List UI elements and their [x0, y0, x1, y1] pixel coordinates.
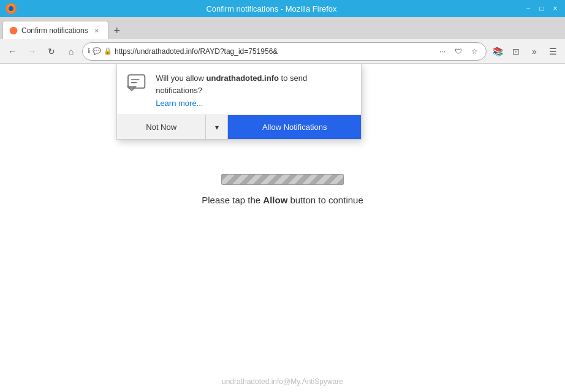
back-button[interactable]: ←: [4, 43, 21, 60]
svg-rect-4: [131, 79, 140, 80]
tab-favicon: [9, 26, 18, 35]
popup-content: Will you allow undrathadoted.info to sen…: [156, 72, 351, 108]
progress-bar: [221, 174, 344, 185]
learn-more-link[interactable]: Learn more...: [156, 99, 203, 108]
svg-rect-5: [131, 82, 137, 83]
shield-button[interactable]: 🛡: [452, 45, 465, 58]
allow-notifications-button[interactable]: Allow Notifications: [228, 115, 361, 139]
info-icon: ℹ: [88, 47, 90, 55]
titlebar-controls: − □ ×: [523, 4, 560, 13]
close-button[interactable]: ×: [550, 4, 560, 13]
watermark: undrathadoted.info@My.AntiSpyware: [222, 377, 343, 386]
home-button[interactable]: ⌂: [63, 43, 80, 60]
firefox-logo: [5, 2, 17, 15]
lock-icon: 🔒: [104, 47, 112, 55]
bookmarks-button[interactable]: 📚: [489, 43, 506, 60]
more-tools-button[interactable]: »: [526, 43, 543, 60]
more-button[interactable]: ···: [436, 45, 449, 58]
titlebar: Confirm notifications - Mozilla Firefox …: [0, 0, 565, 17]
reload-button[interactable]: ↻: [43, 43, 60, 60]
question-before: Will you allow: [156, 74, 206, 83]
chat-icon-small: 💬: [93, 47, 101, 55]
page-text: Please tap the Allow button to continue: [202, 195, 363, 205]
forward-button[interactable]: →: [23, 43, 40, 60]
bookmark-button[interactable]: ☆: [468, 45, 481, 58]
urlbar[interactable]: ℹ 💬 🔒 https://undrathadoted.info/RAYD?ta…: [82, 42, 487, 61]
new-tab-button[interactable]: +: [108, 22, 126, 39]
minimize-button[interactable]: −: [523, 4, 533, 13]
popup-domain: undrathadoted.info: [207, 74, 279, 83]
restore-button[interactable]: □: [537, 4, 547, 13]
active-tab[interactable]: Confirm notifications ×: [2, 21, 108, 39]
urlbar-actions: ··· 🛡 ☆: [436, 45, 481, 58]
popup-question: Will you allow undrathadoted.info to sen…: [156, 72, 351, 96]
url-text: https://undrathadoted.info/RAYD?tag_id=7…: [115, 47, 433, 56]
navbar: ← → ↻ ⌂ ℹ 💬 🔒 https://undrathadoted.info…: [0, 39, 565, 64]
toolbar-right: 📚 ⊡ » ☰: [489, 43, 561, 60]
svg-point-1: [9, 6, 13, 11]
popup-body: Will you allow undrathadoted.info to sen…: [117, 64, 361, 115]
popup-actions: Not Now ▾ Allow Notifications: [117, 115, 361, 139]
tab-label: Confirm notifications: [21, 26, 88, 35]
svg-point-2: [10, 26, 18, 34]
text-allow-bold: Allow: [263, 195, 287, 205]
synced-tabs-button[interactable]: ⊡: [507, 43, 525, 60]
tab-close-button[interactable]: ×: [92, 26, 102, 36]
notification-popup: Will you allow undrathadoted.info to sen…: [116, 64, 362, 140]
not-now-button[interactable]: Not Now: [117, 115, 206, 139]
notification-icon: [127, 72, 148, 94]
tabbar: Confirm notifications × +: [0, 17, 565, 39]
browser-content: Will you allow undrathadoted.info to sen…: [0, 64, 565, 392]
titlebar-title: Confirm notifications - Mozilla Firefox: [20, 4, 523, 13]
svg-rect-3: [128, 75, 145, 88]
not-now-dropdown-button[interactable]: ▾: [206, 115, 228, 139]
menu-button[interactable]: ☰: [544, 43, 561, 60]
text-after: button to continue: [287, 195, 363, 205]
text-before: Please tap the: [202, 195, 263, 205]
